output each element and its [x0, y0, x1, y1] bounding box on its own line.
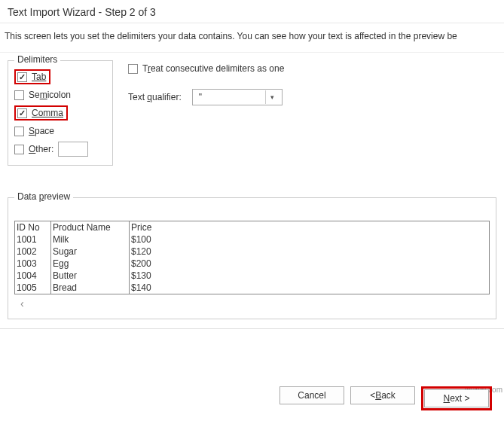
- back-button[interactable]: < Back: [350, 386, 415, 404]
- scroll-left-icon[interactable]: ‹: [14, 294, 490, 313]
- treat-consecutive-label: Treat consecutive delimiters as one: [142, 63, 284, 74]
- table-row: 1004 Butter $130: [15, 270, 489, 282]
- other-checkbox[interactable]: [14, 145, 24, 154]
- delimiters-legend: Delimiters: [14, 54, 60, 65]
- divider: [0, 328, 504, 329]
- preview-table: ID No Product Name Price 1001 Milk $100 …: [14, 221, 490, 294]
- next-button[interactable]: Next >: [424, 389, 489, 407]
- tab-checkbox[interactable]: [17, 72, 27, 82]
- treat-consecutive-checkbox[interactable]: [128, 64, 138, 74]
- table-row: 1003 Egg $200: [15, 258, 489, 270]
- comma-label: Comma: [32, 108, 63, 118]
- wizard-description: This screen lets you set the delimiters …: [0, 23, 504, 53]
- data-preview-group: Data preview ID No Product Name Price 10…: [8, 197, 496, 319]
- table-row: 1002 Sugar $120: [15, 246, 489, 258]
- text-qualifier-label: Text qualifier:: [128, 92, 182, 102]
- other-label: Other:: [29, 144, 53, 154]
- col-header-name: Product Name: [51, 221, 130, 233]
- table-header: ID No Product Name Price: [15, 221, 489, 233]
- wizard-buttons: Cancel < Back Next >: [279, 380, 498, 416]
- semicolon-checkbox[interactable]: [14, 90, 24, 100]
- table-row: 1001 Milk $100: [15, 233, 489, 246]
- comma-checkbox[interactable]: [17, 108, 27, 118]
- cancel-button[interactable]: Cancel: [279, 386, 344, 404]
- text-qualifier-value: ": [199, 92, 202, 102]
- col-header-id: ID No: [15, 221, 51, 233]
- tab-label: Tab: [32, 72, 46, 82]
- other-input[interactable]: [58, 142, 88, 157]
- semicolon-label: Semicolon: [29, 90, 71, 100]
- table-row: 1005 Bread $140: [15, 282, 489, 294]
- col-header-price: Price: [130, 221, 484, 233]
- text-qualifier-dropdown[interactable]: " ▾: [192, 89, 283, 105]
- space-checkbox[interactable]: [14, 127, 24, 136]
- space-label: Space: [29, 126, 54, 136]
- window-title: Text Import Wizard - Step 2 of 3: [0, 0, 504, 23]
- chevron-down-icon: ▾: [265, 90, 279, 104]
- delimiters-group: Delimiters Tab Semicolon Comma Spac: [8, 60, 113, 166]
- data-preview-legend: Data preview: [14, 191, 73, 202]
